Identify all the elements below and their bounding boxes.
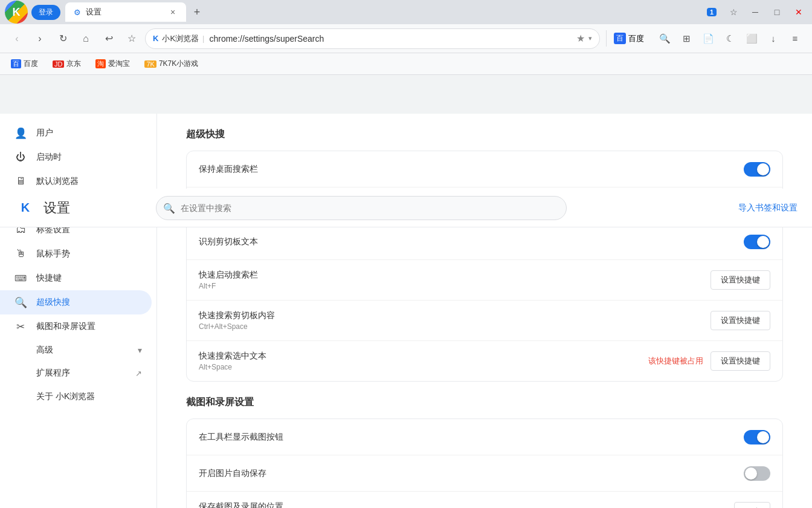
search-clipboard-set-shortcut-button[interactable]: 设置快捷键 [710,311,770,330]
import-bookmarks-link[interactable]: 导入书签和设置 [738,203,798,213]
jd-bookmark-icon: JD [53,60,64,68]
url-display[interactable]: chrome://settings/superSearch [209,34,572,44]
back-button[interactable]: ‹ [7,29,27,48]
auto-save-label: 开启图片自动保存 [199,468,744,479]
sidebar-item-screenshot[interactable]: ✂ 截图和录屏设置 [0,314,152,339]
browser-logo: K [5,1,28,24]
tab-bar: K 登录 ⚙ 设置 × + 1 ☆ ─ □ ✕ [0,0,812,24]
table-row: 快速搜索剪切板内容 Ctrl+Alt+Space 设置快捷键 [187,301,782,341]
auto-save-toggle[interactable] [744,466,770,481]
minimize-button[interactable]: ─ [747,4,764,21]
show-screenshot-toggle[interactable] [744,430,770,444]
sidebar-item-user[interactable]: 👤 用户 [0,121,152,145]
refresh-button[interactable]: ↻ [53,29,72,48]
bookmark-taobao[interactable]: 淘 爱淘宝 [92,57,134,70]
table-row: 识别剪切板文本 [187,224,782,260]
auto-save-action [744,466,770,481]
address-bar[interactable]: K 小K浏览器 | chrome://settings/superSearch … [145,28,600,49]
clipboard-text-toggle[interactable] [744,235,770,249]
tab-count-badge[interactable]: 1 [703,4,720,21]
sidebar-label-extensions: 扩展程序 [36,368,70,379]
row-content-keep-desktop: 保持桌面搜索栏 [199,164,744,175]
settings-search-input[interactable] [156,196,567,220]
dark-mode-button[interactable]: ☾ [720,29,740,48]
baidu-label: 百度 [628,33,644,44]
tab-favicon: ⚙ [72,7,82,17]
maximize-button[interactable]: □ [768,4,785,21]
search-selected-action: 该快捷键被占用 设置快捷键 [648,351,770,371]
screenshot-section-title: 截图和录屏设置 [186,396,783,409]
sidebar-label-shortcuts: 快捷键 [36,273,62,284]
show-screenshot-action [744,430,770,444]
tab-close-button[interactable]: × [167,6,179,18]
chevron-down-icon: ▾ [138,345,142,355]
sidebar-item-about[interactable]: 关于 小K浏览器 [0,385,152,409]
search-selected-sub: Alt+Space [199,363,648,371]
quick-launch-label: 快速启动搜索栏 [199,270,710,281]
conflict-warning: 该快捷键被占用 [648,356,703,366]
external-link-icon: ↗ [135,369,142,378]
toggle-knob [745,467,757,480]
settings-page-header: K 设置 🔍 导入书签和设置 [0,189,812,227]
tab-bar-right: 1 ☆ ─ □ ✕ [703,4,807,21]
show-screenshot-label: 在工具栏显示截图按钮 [199,432,744,443]
sidebar-item-shortcuts[interactable]: ⌨ 快捷键 [0,266,152,290]
login-button[interactable]: 登录 [31,5,60,20]
star-icon[interactable]: ★ [576,33,585,44]
table-row: 保持桌面搜索栏 [187,151,782,187]
sidebar-item-advanced[interactable]: 高级 ▾ [0,339,156,362]
row-content-show-screenshot: 在工具栏显示截图按钮 [199,432,744,443]
bookmark-jd[interactable]: JD 京东 [49,57,85,70]
close-window-button[interactable]: ✕ [790,4,807,21]
search-action-button[interactable]: 🔍 [655,29,674,48]
baidu-button[interactable]: 百 百度 [609,30,649,47]
toggle-knob [757,431,769,443]
search-clipboard-action: 设置快捷键 [710,311,770,330]
search-selected-label: 快速搜索选中文本 [199,351,648,362]
quick-launch-set-shortcut-button[interactable]: 设置快捷键 [710,270,770,290]
sidebar-label-super-search: 超级快搜 [36,297,70,308]
bookmark-7k7k[interactable]: 7K 7K7K小游戏 [141,57,202,70]
table-row: 在工具栏显示截图按钮 [187,419,782,455]
home-button[interactable]: ⌂ [76,29,95,48]
quick-launch-sub: Alt+F [199,282,710,290]
chevron-down-icon[interactable]: ▾ [588,34,592,42]
settings-main: 超级快搜 保持桌面搜索栏 识别剪切板链接 [157,114,812,508]
taobao-bookmark-label: 爱淘宝 [108,59,130,69]
search-clipboard-label: 快速搜索剪切板内容 [199,310,710,321]
apps-button[interactable]: ⊞ [677,29,696,48]
capture-button[interactable]: ⬜ [742,29,761,48]
download-button[interactable]: ↓ [764,29,783,48]
sidebar-item-mouse-gestures[interactable]: 🖱 鼠标手势 [0,242,152,266]
screenshot-card: 在工具栏显示截图按钮 开启图片自动保存 [186,418,783,508]
bookmarks-bar: 百 百度 JD 京东 淘 爱淘宝 7K 7K7K小游戏 [0,53,812,75]
sidebar-label-advanced: 高级 [36,345,53,356]
sidebar-item-super-search[interactable]: 🔍 超级快搜 [0,290,152,314]
change-location-button[interactable]: 更改 [734,502,770,508]
active-tab[interactable]: ⚙ 设置 × [65,2,186,22]
undo-button[interactable]: ↩ [99,29,118,48]
browser-logo-small: K [153,34,158,43]
search-clipboard-sub: Ctrl+Alt+Space [199,322,710,331]
table-row: 保存截图及录屏的位置 C:\Users\MSI\Pictures 更改 [187,492,782,508]
new-tab-button[interactable]: + [188,4,205,21]
sidebar-item-startup[interactable]: ⏻ 启动时 [0,145,152,169]
super-search-section-title: 超级快搜 [186,128,783,141]
toggle-knob [757,236,769,248]
sidebar-label-startup: 启动时 [36,152,62,163]
bookmark-baidu[interactable]: 百 百度 [7,57,42,70]
menu-button[interactable]: ≡ [785,29,805,48]
monitor-icon: 🖥 [14,175,27,187]
sidebar-item-extensions[interactable]: 扩展程序 ↗ [0,362,156,385]
quick-launch-action: 设置快捷键 [710,270,770,290]
search-selected-set-shortcut-button[interactable]: 设置快捷键 [710,351,770,371]
scissors-icon: ✂ [14,321,27,333]
settings-layout: 👤 用户 ⏻ 启动时 🖥 默认浏览器 🎨 外观 🗂 标签设置 🖱 鼠标手势 [0,114,812,508]
keep-desktop-bar-toggle[interactable] [744,162,770,177]
pdf-button[interactable]: 📄 [698,29,718,48]
clipboard-text-action [744,235,770,249]
bookmark-manager-icon[interactable]: ☆ [725,4,742,21]
star-button[interactable]: ☆ [122,29,141,48]
table-row: 快速启动搜索栏 Alt+F 设置快捷键 [187,260,782,301]
forward-button[interactable]: › [30,29,50,48]
